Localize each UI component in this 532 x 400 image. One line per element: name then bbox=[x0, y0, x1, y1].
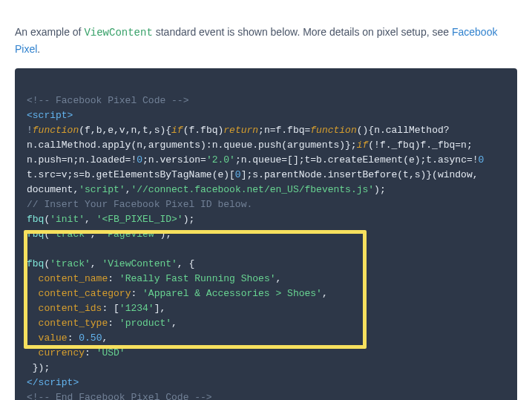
viewcontent-code: ViewContent bbox=[84, 27, 152, 39]
code-tag: </scr bbox=[27, 377, 56, 388]
code-text: (){n.callMethod? bbox=[357, 125, 450, 136]
code-string: 'ViewContent' bbox=[102, 258, 177, 269]
code-text: ); bbox=[374, 184, 386, 195]
code-string: 'Really Fast Running Shoes' bbox=[119, 273, 276, 284]
code-keyword: return bbox=[223, 125, 258, 136]
code-block: <!-- Facebook Pixel Code --> <script> !f… bbox=[15, 68, 517, 400]
code-string: 'PageView' bbox=[102, 229, 160, 240]
code-comment: // Insert Your Facebook Pixel ID below. bbox=[27, 199, 252, 210]
code-text: , { bbox=[177, 258, 194, 269]
code-keyword: if bbox=[171, 125, 183, 136]
code-text: (f,b,e,v,n,t,s){ bbox=[79, 125, 171, 136]
code-string: 'track' bbox=[50, 229, 91, 240]
code-text: : [ bbox=[102, 303, 119, 314]
code-text: }); bbox=[27, 362, 50, 373]
intro-text: . bbox=[37, 43, 40, 55]
intro-paragraph: An example of ViewContent standard event… bbox=[15, 24, 517, 58]
code-text: document, bbox=[27, 184, 79, 195]
code-text: t.src=v;s=b.getElementsByTagName(e)[ bbox=[27, 169, 235, 180]
code-text: n.push=n;n.loaded=! bbox=[27, 154, 137, 165]
code-keyword: function bbox=[310, 125, 356, 136]
code-attr: content_ids bbox=[39, 303, 102, 314]
code-attr: content_name bbox=[39, 273, 108, 284]
code-string: '1234' bbox=[119, 303, 154, 314]
code-attr: content_type bbox=[39, 318, 108, 329]
code-string: '2.0' bbox=[206, 154, 235, 165]
code-text: , bbox=[85, 214, 96, 225]
code-text: ], bbox=[154, 303, 166, 314]
intro-text: An example of bbox=[15, 26, 84, 38]
code-text: (f.fbq) bbox=[183, 125, 224, 136]
code-text: , bbox=[91, 258, 102, 269]
code-text: n.callMethod.apply(n,arguments):n.queue.… bbox=[27, 140, 357, 151]
code-tag: <script> bbox=[27, 110, 73, 121]
code-number: 0.50 bbox=[79, 332, 102, 344]
code-tag: ipt> bbox=[56, 377, 79, 388]
code-number: 0 bbox=[137, 154, 142, 165]
code-text: ];s.parentNode.insertBefore(t,s)}(window… bbox=[241, 169, 479, 180]
code-fn: fbq bbox=[27, 258, 44, 269]
code-text: ); bbox=[183, 214, 195, 225]
code-text: , bbox=[91, 229, 102, 240]
code-text: ;n.version= bbox=[142, 154, 206, 165]
code-string: 'init' bbox=[50, 214, 85, 225]
code-attr: currency bbox=[39, 347, 85, 358]
code-string: '//connect.facebook.net/en_US/fbevents.j… bbox=[131, 184, 374, 195]
code-comment: <!-- Facebook Pixel Code --> bbox=[27, 95, 188, 106]
code-string: 'USD' bbox=[96, 347, 125, 358]
code-attr: value bbox=[39, 332, 68, 344]
code-text: (!f._fbq)f._fbq=n; bbox=[368, 140, 472, 151]
code-fn: fbq bbox=[27, 214, 44, 225]
code-number: 0 bbox=[235, 169, 241, 180]
code-attr: content_category bbox=[39, 288, 131, 299]
code-op: ! bbox=[27, 125, 33, 136]
code-keyword: if bbox=[357, 140, 369, 151]
code-string: 'Apparel & Accessories > Shoes' bbox=[142, 288, 322, 299]
code-text: ); bbox=[160, 229, 171, 240]
code-string: 'script' bbox=[79, 184, 125, 195]
code-number: 0 bbox=[479, 154, 485, 165]
intro-text: standard event is shown below. More deta… bbox=[153, 26, 452, 38]
code-fn: fbq bbox=[27, 229, 44, 240]
code-keyword: function bbox=[33, 125, 79, 136]
code-text: ;n.queue=[];t=b.createElement(e);t.async… bbox=[235, 154, 479, 165]
code-string: 'product' bbox=[119, 318, 171, 329]
code-text: ;n=f.fbq= bbox=[258, 125, 310, 136]
code-string: '<FB_PIXEL_ID>' bbox=[96, 214, 183, 225]
code-string: 'track' bbox=[50, 258, 91, 269]
code-comment: <!-- End Facebook Pixel Code --> bbox=[27, 392, 212, 400]
